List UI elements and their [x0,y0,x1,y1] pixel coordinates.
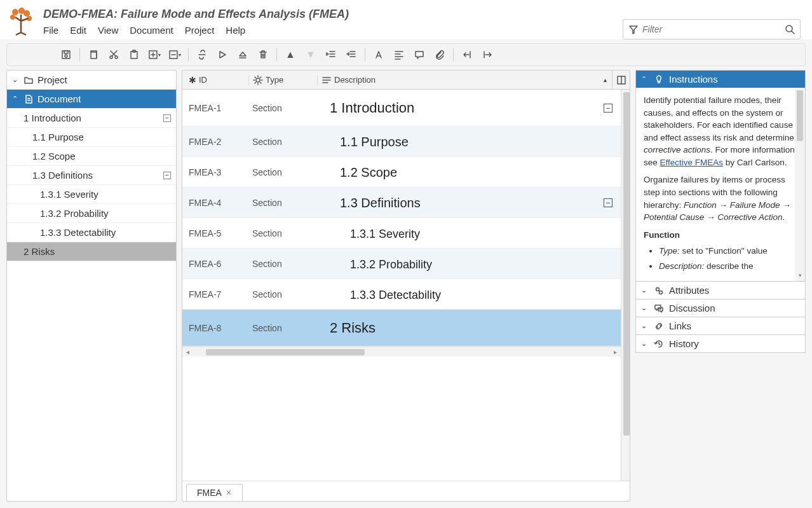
menu-project[interactable]: Project [185,25,215,36]
sidebar-item[interactable]: 1.3.3 Detectability [7,223,176,242]
menu-view[interactable]: View [98,25,118,36]
panel-links-header[interactable]: ⌄Links [636,317,805,334]
delete-button[interactable] [254,46,273,64]
cell-description: 1.3.3 Detectability [317,286,595,303]
svg-point-2 [24,10,30,17]
sidebar-item[interactable]: 1.3.1 Severity [7,185,176,204]
align-button[interactable] [389,46,409,64]
table-row[interactable]: FMEA-1Section1 Introduction− [182,90,621,127]
right-sidebar: ⌃ Instructions Identify potential failur… [635,70,806,502]
link-in-button[interactable] [478,46,497,64]
close-icon[interactable]: ✕ [226,488,232,497]
expand-toggle[interactable]: − [163,114,171,122]
svg-rect-7 [64,51,68,53]
sort-arrow-icon: ▴ [604,76,607,83]
save-button[interactable] [57,46,76,64]
cell-id: FMEA-8 [182,323,248,333]
table-row[interactable]: FMEA-6Section1.3.2 Probability [182,249,621,279]
cell-id: FMEA-5 [182,228,248,238]
gears-icon [654,285,664,296]
col-desc-header[interactable]: Description ▴ [317,75,612,85]
add-button[interactable]: ▾ [145,46,164,64]
table-row[interactable]: FMEA-4Section1.3 Definitions− [182,188,621,218]
table-row[interactable]: FMEA-2Section1.1 Purpose [182,127,621,157]
effective-fmeas-link[interactable]: Effective FMEAs [660,158,724,167]
panel-attributes-header[interactable]: ⌄Attributes [636,282,805,299]
cell-description: 1 Introduction [317,100,595,116]
sidebar-item[interactable]: 1 Introduction− [7,109,176,128]
sidebar-document-header[interactable]: ⌃ Document [7,90,176,109]
panel-discussion-header[interactable]: ⌄Discussion [636,299,805,317]
app-header: DEMO-FMEA: Failure Mode and Effects Anal… [0,0,812,39]
menu-edit[interactable]: Edit [70,25,86,36]
instructions-scrollbar[interactable]: ▾ [795,88,805,281]
lightbulb-icon [654,74,664,85]
document-grid: ✱ID Type Description ▴ FMEA-1Section1 In… [182,70,630,502]
svg-point-8 [65,55,67,57]
cell-description: 2 Risks [317,320,595,336]
panel-history-header[interactable]: ⌄History [636,335,805,352]
table-row[interactable]: FMEA-3Section1.2 Scope [182,157,621,188]
cell-id: FMEA-2 [182,137,248,147]
font-button[interactable] [369,46,388,64]
indent-button[interactable] [342,46,361,64]
nav-sidebar: ⌄ Project ⌃ Document 1 Introduction−1.1 … [6,70,177,502]
col-type-header[interactable]: Type [248,75,317,85]
move-up-button[interactable]: ▲ [281,46,300,64]
menu-document[interactable]: Document [130,25,173,36]
lines-icon [321,75,332,85]
sidebar-item[interactable]: 1.2 Scope [7,147,176,166]
cut-button[interactable] [104,46,123,64]
menu-help[interactable]: Help [226,25,245,36]
tab-fmea[interactable]: FMEA✕ [186,484,243,501]
columns-toggle[interactable] [612,71,630,89]
cell-id: FMEA-4 [182,198,248,208]
filter-icon [628,24,639,34]
copy-button[interactable] [84,46,103,64]
outdent-button[interactable] [321,46,341,64]
table-row[interactable]: FMEA-7Section1.3.3 Detectability [182,279,621,310]
search-icon[interactable] [785,24,795,34]
menu-bar: File Edit View Document Project Help [43,25,623,36]
filter-input[interactable] [642,24,785,34]
cell-type: Section [248,289,317,299]
link-out-button[interactable] [457,46,477,64]
table-row[interactable]: FMEA-8Section2 Risks [182,310,621,347]
collapse-icon[interactable]: − [604,104,612,113]
comment-button[interactable] [410,46,429,64]
expand-toggle[interactable]: − [163,172,171,179]
cell-type: Section [248,103,317,113]
gear-icon [253,75,263,85]
history-icon [654,339,664,349]
strikethrough-button[interactable] [193,46,212,64]
sidebar-item[interactable]: 1.3 Definitions− [7,166,176,185]
sidebar-item[interactable]: 1.3.2 Probability [7,204,176,223]
sidebar-item[interactable]: 1.1 Purpose [7,128,176,147]
folder-icon [24,75,34,85]
panel-instructions-header[interactable]: ⌃ Instructions [636,71,805,88]
play-button[interactable] [213,46,232,64]
vertical-scrollbar[interactable] [621,90,630,481]
collapse-icon[interactable]: − [604,198,612,207]
attach-button[interactable] [430,46,449,64]
toolbar: ▾ ▾ ▲ ▼ [6,43,806,66]
horizontal-scrollbar[interactable]: ◂▸ [182,347,621,357]
cell-type: Section [248,198,317,208]
move-down-button[interactable]: ▼ [301,46,320,64]
eject-button[interactable] [233,46,252,64]
remove-button[interactable]: ▾ [165,46,184,64]
col-id-header[interactable]: ✱ID [182,75,248,85]
svg-point-19 [660,291,663,294]
link-icon [654,321,664,331]
cell-description: 1.3.1 Severity [317,225,595,242]
menu-file[interactable]: File [43,25,58,36]
paste-button[interactable] [125,46,144,64]
cell-description: 1.3.2 Probability [317,256,595,272]
columns-icon [616,75,626,85]
sidebar-project-header[interactable]: ⌄ Project [7,71,176,90]
table-row[interactable]: FMEA-5Section1.3.1 Severity [182,218,621,249]
cell-type: Section [248,228,317,238]
cell-type: Section [248,259,317,269]
sidebar-item[interactable]: 2 Risks [7,242,176,261]
filter-box[interactable] [623,19,801,39]
